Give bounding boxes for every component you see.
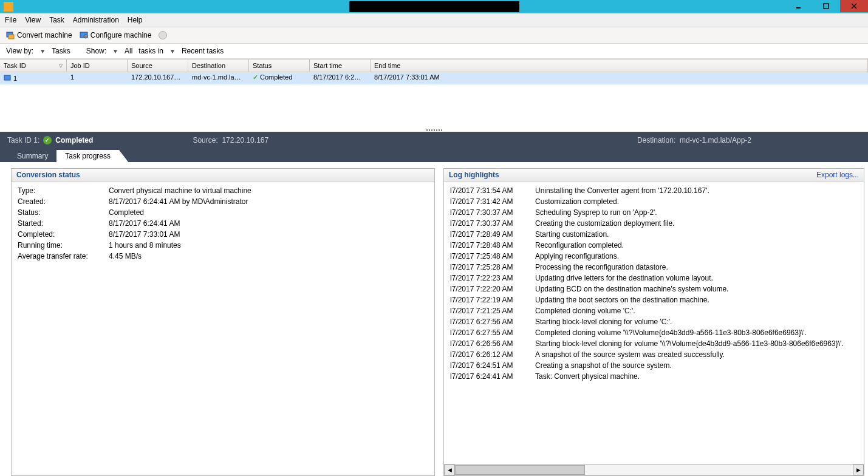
task-grid-header: Task ID▽ Job ID Source Destination Statu… (0, 59, 868, 72)
menu-help[interactable]: Help (128, 16, 143, 24)
log-time: l7/2017 7:28:48 AM (450, 241, 517, 250)
export-logs-link[interactable]: Export logs... (816, 171, 859, 179)
log-time: l7/2017 7:22:20 AM (450, 285, 517, 293)
detail-source-label: Source: (193, 136, 217, 144)
col-start-time[interactable]: Start time (310, 59, 371, 72)
log-time: l7/2017 7:28:49 AM (450, 230, 517, 239)
runtime-value: 1 hours and 8 minutes (109, 241, 181, 250)
log-entry: l7/2017 7:21:25 AMCompleted cloning volu… (444, 305, 864, 316)
log-time: l7/2017 7:30:37 AM (450, 208, 517, 217)
view-by-label: View by: (6, 47, 33, 55)
horizontal-scrollbar[interactable]: ◀ ▶ (444, 464, 864, 475)
svg-point-7 (84, 35, 87, 38)
log-message: Starting block-level cloning for volume … (535, 339, 858, 348)
log-entry: l7/2017 7:25:28 AMProcessing the reconfi… (444, 262, 864, 273)
log-entry: l7/2017 6:27:55 AMCompleted cloning volu… (444, 327, 864, 338)
status-complete-icon: ✓ (43, 136, 52, 144)
cell-job-id: 1 (67, 72, 128, 84)
log-message: Customization completed. (535, 197, 858, 206)
convert-machine-label: Convert machine (17, 31, 72, 39)
configure-machine-button[interactable]: Configure machine (80, 31, 152, 39)
log-message: Updating the boot sectors on the destina… (535, 296, 858, 304)
detail-source-value: 172.20.10.167 (222, 136, 268, 144)
conversion-status-panel: Conversion status Type:Convert physical … (11, 168, 435, 476)
log-entry: l7/2017 6:24:41 AMTask: Convert physical… (444, 371, 864, 382)
titlebar[interactable] (0, 0, 868, 13)
task-icon (4, 75, 11, 82)
col-status[interactable]: Status (249, 59, 310, 72)
runtime-label: Running time: (18, 241, 109, 250)
rate-value: 4.45 MB/s (109, 252, 142, 260)
log-time: l7/2017 7:25:28 AM (450, 263, 517, 271)
minimize-button[interactable] (784, 0, 812, 12)
log-message: Applying reconfigurations. (535, 252, 858, 260)
cell-task-id: 1 (13, 75, 17, 82)
col-source[interactable]: Source (128, 59, 188, 72)
detail-body: Conversion status Type:Convert physical … (0, 162, 868, 476)
log-message: Updating drive letters for the destinati… (535, 274, 858, 282)
scroll-right-button[interactable]: ▶ (853, 464, 864, 475)
col-end-time[interactable]: End time (371, 59, 868, 72)
type-label: Type: (18, 186, 109, 195)
detail-dest-value: md-vc-1.md.lab/App-2 (680, 136, 751, 144)
log-message: Creating a snapshot of the source system… (535, 361, 858, 370)
scroll-thumb[interactable] (455, 465, 585, 475)
maximize-button[interactable] (812, 0, 840, 12)
log-time: l7/2017 6:26:12 AM (450, 350, 517, 359)
menu-task[interactable]: Task (49, 16, 64, 24)
log-entry: l7/2017 7:25:48 AMApplying reconfigurati… (444, 251, 864, 262)
configure-machine-label: Configure machine (91, 31, 152, 39)
cell-status: ✓ Completed (249, 72, 310, 84)
recent-tasks-value[interactable]: Recent tasks (182, 47, 224, 55)
svg-rect-5 (9, 35, 14, 39)
menu-administration[interactable]: Administration (73, 16, 119, 24)
menu-view[interactable]: View (25, 16, 41, 24)
svg-rect-1 (824, 4, 829, 8)
cell-source: 172.20.10.167… (128, 72, 188, 84)
log-time: l7/2017 6:26:56 AM (450, 339, 517, 348)
log-entry: l7/2017 7:30:37 AMScheduling Sysprep to … (444, 207, 864, 218)
log-list: l7/2017 7:31:54 AMUninstalling the Conve… (444, 182, 864, 464)
close-button[interactable] (840, 0, 868, 12)
log-entry: l7/2017 7:28:49 AMStarting customization… (444, 229, 864, 240)
scroll-track[interactable] (455, 464, 853, 475)
log-entry: l7/2017 7:22:19 AMUpdating the boot sect… (444, 294, 864, 305)
log-time: l7/2017 6:24:41 AM (450, 372, 517, 381)
view-by-value[interactable]: Tasks (52, 47, 70, 55)
chevron-down-icon[interactable]: ▼ (39, 48, 46, 55)
cell-end-time: 8/17/2017 7:33:01 AM (371, 72, 868, 84)
task-grid-body: 1 1 172.20.10.167… md-vc-1.md.la… ✓ Comp… (0, 72, 868, 128)
created-label: Created: (18, 197, 109, 206)
cell-destination: md-vc-1.md.la… (188, 72, 249, 84)
log-message: Scheduling Sysprep to run on 'App-2'. (535, 208, 858, 217)
scroll-left-button[interactable]: ◀ (444, 464, 455, 475)
menubar: File View Task Administration Help (0, 13, 868, 27)
col-task-id[interactable]: Task ID▽ (0, 59, 67, 72)
menu-file[interactable]: File (5, 16, 16, 24)
toolbar: Convert machine Configure machine (0, 27, 868, 44)
log-entry: l7/2017 7:30:37 AMCreating the customiza… (444, 218, 864, 229)
col-job-id[interactable]: Job ID (67, 59, 128, 72)
log-entry: l7/2017 7:22:20 AMUpdating BCD on the de… (444, 284, 864, 294)
log-message: Starting block-level cloning for volume … (535, 318, 858, 326)
log-entry: l7/2017 6:26:56 AMStarting block-level c… (444, 338, 864, 349)
show-value[interactable]: All (125, 47, 132, 55)
started-value: 8/17/2017 6:24:41 AM (109, 219, 180, 228)
task-row[interactable]: 1 1 172.20.10.167… md-vc-1.md.la… ✓ Comp… (0, 72, 868, 84)
cell-start-time: 8/17/2017 6:2… (310, 72, 371, 84)
log-time: l7/2017 7:21:25 AM (450, 307, 517, 315)
tab-summary[interactable]: Summary (9, 150, 56, 162)
log-message: Completed cloning volume 'C:'. (535, 307, 858, 315)
log-message: Reconfiguration completed. (535, 241, 858, 250)
log-message: Starting customization. (535, 230, 858, 239)
tab-task-progress[interactable]: Task progress (56, 150, 119, 162)
chevron-down-icon[interactable]: ▼ (169, 48, 176, 55)
log-entry: l7/2017 7:31:42 AMCustomization complete… (444, 196, 864, 207)
col-destination[interactable]: Destination (188, 59, 249, 72)
rate-label: Average transfer rate: (18, 252, 109, 260)
chevron-down-icon[interactable]: ▼ (112, 48, 118, 55)
log-time: l7/2017 7:31:42 AM (450, 197, 517, 206)
convert-machine-button[interactable]: Convert machine (6, 31, 72, 39)
log-highlights-title: Log highlights (449, 171, 499, 179)
status-value: Completed (109, 208, 144, 217)
